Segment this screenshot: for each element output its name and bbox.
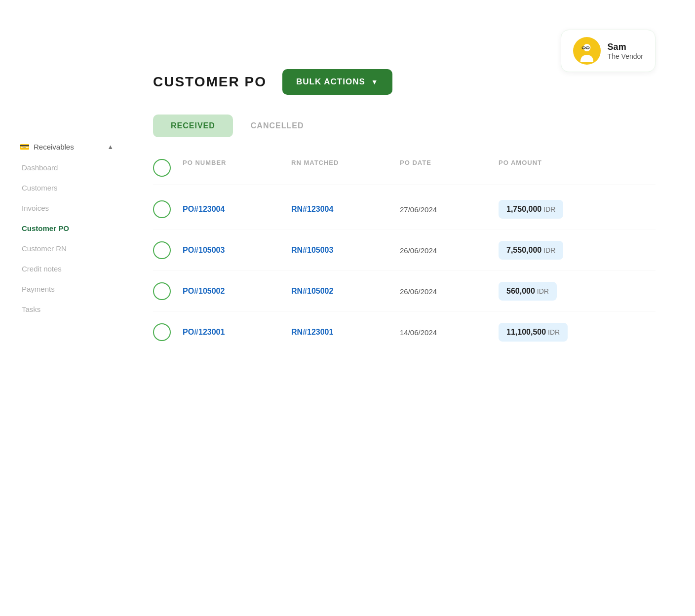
amount-badge-1: 7,550,000 IDR: [499, 241, 563, 260]
sidebar-item-payments[interactable]: Payments: [20, 280, 114, 298]
row-rn-matched: RN#123004: [291, 205, 400, 214]
row-po-amount: 11,100,500 IDR: [499, 323, 617, 342]
row-checkbox-2[interactable]: [153, 282, 171, 300]
sidebar-item-customer-rn[interactable]: Customer RN: [20, 239, 114, 258]
row-po-date: 26/06/2024: [400, 246, 499, 255]
table-row: PO#123001 RN#123001 14/06/2024 11,100,50…: [153, 312, 656, 352]
table-body: PO#123004 RN#123004 27/06/2024 1,750,000…: [153, 189, 656, 352]
row-po-number: PO#123004: [183, 205, 291, 214]
th-po-amount: PO AMOUNT: [499, 159, 617, 177]
po-link-3[interactable]: PO#123001: [183, 328, 225, 336]
sidebar-group-label: Receivables: [34, 143, 74, 151]
row-rn-matched: RN#105002: [291, 287, 400, 296]
amount-badge-3: 11,100,500 IDR: [499, 323, 568, 342]
sidebar-item-customer-po[interactable]: Customer PO: [20, 219, 114, 237]
sidebar-item-tasks[interactable]: Tasks: [20, 300, 114, 318]
amount-badge-0: 1,750,000 IDR: [499, 200, 563, 219]
row-po-number: PO#105003: [183, 246, 291, 255]
amount-badge-2: 560,000 IDR: [499, 282, 557, 301]
po-link-1[interactable]: PO#105003: [183, 246, 225, 254]
row-po-amount: 560,000 IDR: [499, 282, 617, 301]
row-checkbox-col: [153, 323, 183, 341]
row-po-number: PO#105002: [183, 287, 291, 296]
rn-link-1[interactable]: RN#105003: [291, 246, 333, 254]
row-po-number: PO#123001: [183, 328, 291, 337]
rn-link-3[interactable]: RN#123001: [291, 328, 333, 336]
main-content: CUSTOMER PO BULK ACTIONS ▼ RECEIVED CANC…: [114, 0, 695, 382]
row-checkbox-col: [153, 200, 183, 218]
row-po-date: 27/06/2024: [400, 205, 499, 214]
tabs: RECEIVED CANCELLED: [153, 115, 656, 137]
po-link-2[interactable]: PO#105002: [183, 287, 225, 295]
row-checkbox-3[interactable]: [153, 323, 171, 341]
select-all-checkbox[interactable]: [153, 159, 171, 177]
sidebar-item-customers[interactable]: Customers: [20, 179, 114, 197]
row-po-amount: 7,550,000 IDR: [499, 241, 617, 260]
th-rn-matched: RN MATCHED: [291, 159, 400, 177]
row-po-date: 26/06/2024: [400, 287, 499, 296]
sidebar-item-credit-notes[interactable]: Credit notes: [20, 260, 114, 278]
row-po-date: 14/06/2024: [400, 328, 499, 337]
chevron-down-icon: ▼: [371, 78, 379, 86]
tab-received[interactable]: RECEIVED: [153, 115, 233, 137]
row-checkbox-0[interactable]: [153, 200, 171, 218]
sidebar-item-dashboard[interactable]: Dashboard: [20, 158, 114, 177]
page-header: CUSTOMER PO BULK ACTIONS ▼: [153, 69, 656, 95]
amount-currency-2: IDR: [537, 287, 549, 295]
row-checkbox-col: [153, 282, 183, 300]
table-header: PO NUMBER RN MATCHED PO DATE PO AMOUNT: [153, 155, 656, 185]
tab-cancelled[interactable]: CANCELLED: [233, 115, 322, 137]
rn-link-0[interactable]: RN#123004: [291, 205, 333, 213]
bulk-actions-label: BULK ACTIONS: [296, 77, 365, 87]
row-checkbox-col: [153, 241, 183, 259]
amount-number-3: 11,100,500: [506, 328, 546, 337]
amount-currency-1: IDR: [543, 246, 555, 254]
sidebar-item-invoices[interactable]: Invoices: [20, 199, 114, 217]
th-po-date: PO DATE: [400, 159, 499, 177]
amount-number-1: 7,550,000: [506, 246, 541, 255]
table-container: PO NUMBER RN MATCHED PO DATE PO AMOUNT P…: [153, 155, 656, 352]
row-checkbox-1[interactable]: [153, 241, 171, 259]
table-row: PO#105002 RN#105002 26/06/2024 560,000 I…: [153, 271, 656, 312]
amount-number-0: 1,750,000: [506, 205, 541, 214]
row-rn-matched: RN#105003: [291, 246, 400, 255]
th-po-number: PO NUMBER: [183, 159, 291, 177]
th-checkbox: [153, 159, 183, 177]
table-row: PO#123004 RN#123004 27/06/2024 1,750,000…: [153, 189, 656, 230]
row-rn-matched: RN#123001: [291, 328, 400, 337]
table-row: PO#105003 RN#105003 26/06/2024 7,550,000…: [153, 230, 656, 271]
chevron-up-icon: ▲: [107, 143, 114, 151]
po-link-0[interactable]: PO#123004: [183, 205, 225, 213]
receivables-icon: 💳: [20, 142, 30, 152]
sidebar: 💳 Receivables ▲ Dashboard Customers Invo…: [0, 0, 114, 318]
amount-currency-3: IDR: [548, 328, 560, 336]
page-title: CUSTOMER PO: [153, 74, 267, 90]
bulk-actions-button[interactable]: BULK ACTIONS ▼: [282, 69, 392, 95]
rn-link-2[interactable]: RN#105002: [291, 287, 333, 295]
amount-number-2: 560,000: [506, 287, 535, 296]
row-po-amount: 1,750,000 IDR: [499, 200, 617, 219]
amount-currency-0: IDR: [543, 205, 555, 213]
sidebar-group-receivables[interactable]: 💳 Receivables ▲: [20, 138, 114, 155]
sidebar-section: 💳 Receivables ▲ Dashboard Customers Invo…: [20, 138, 114, 318]
